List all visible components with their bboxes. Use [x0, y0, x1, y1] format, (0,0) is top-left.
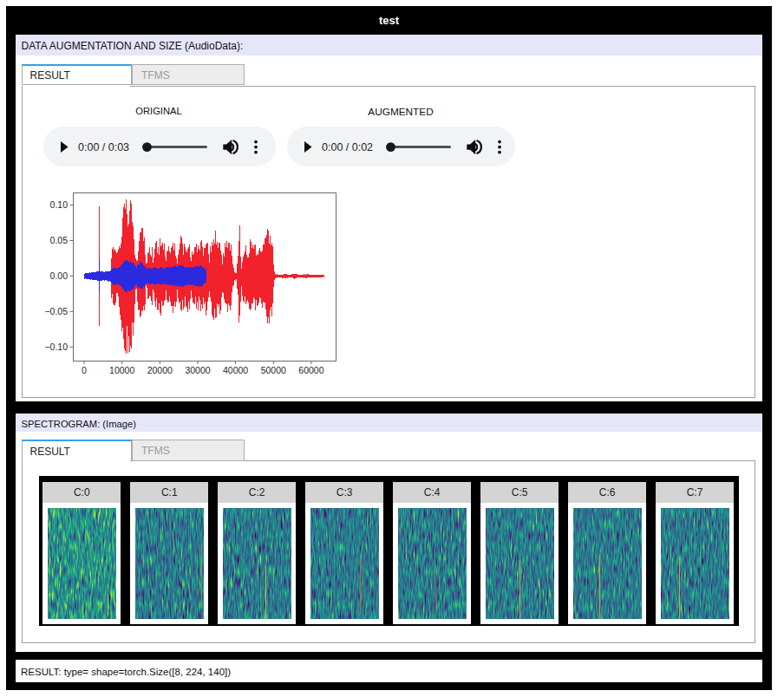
- svg-text:−0.10: −0.10: [44, 342, 68, 352]
- svg-text:60000: 60000: [298, 365, 323, 375]
- svg-text:0: 0: [82, 365, 87, 375]
- svg-text:20000: 20000: [147, 365, 173, 375]
- svg-text:0.00: 0.00: [50, 270, 69, 281]
- svg-text:0.05: 0.05: [50, 235, 69, 245]
- svg-text:30000: 30000: [185, 365, 210, 375]
- svg-text:0.10: 0.10: [50, 199, 69, 210]
- svg-text:50000: 50000: [261, 365, 286, 375]
- svg-text:−0.05: −0.05: [44, 306, 68, 316]
- svg-text:40000: 40000: [223, 365, 248, 375]
- svg-text:10000: 10000: [109, 365, 134, 375]
